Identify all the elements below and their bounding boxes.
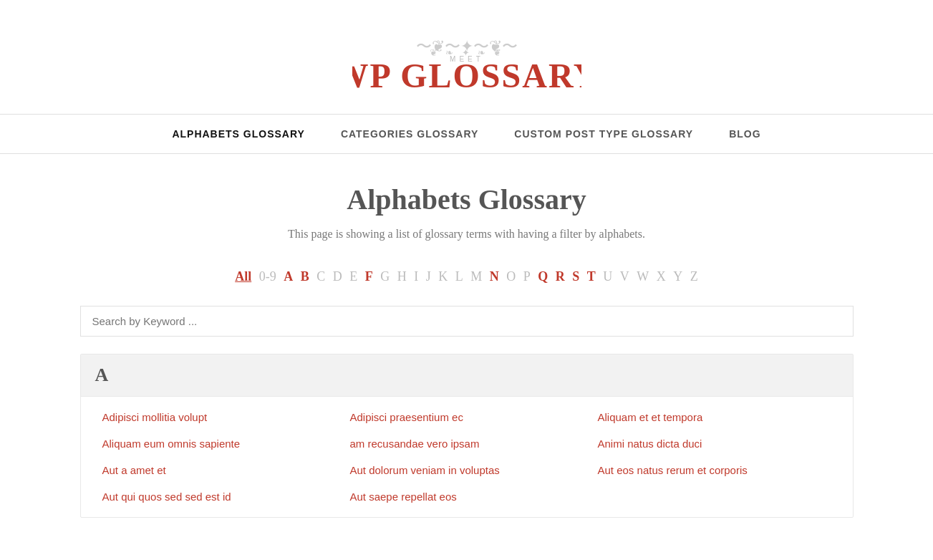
- term-link[interactable]: am recusandae vero ipsam: [343, 430, 591, 457]
- alpha-S[interactable]: S: [572, 269, 579, 284]
- alpha-C[interactable]: C: [316, 269, 325, 284]
- section-header-a: A: [81, 354, 853, 397]
- alpha-F[interactable]: F: [365, 269, 373, 284]
- alpha-T[interactable]: T: [587, 269, 596, 284]
- alpha-I[interactable]: I: [414, 269, 418, 284]
- nav-link-categories[interactable]: CATEGORIES GLOSSARY: [341, 128, 478, 140]
- main-content: Alphabets Glossary This page is showing …: [37, 154, 896, 546]
- search-input[interactable]: [80, 306, 854, 337]
- section-letter-a: A: [95, 365, 109, 385]
- nav-item-alphabets[interactable]: ALPHABETS GLOSSARY: [172, 127, 305, 140]
- alpha-Y[interactable]: Y: [673, 269, 682, 284]
- alpha-Z[interactable]: Z: [690, 269, 698, 284]
- alpha-N[interactable]: N: [490, 269, 499, 284]
- term-link[interactable]: Aliquam eum omnis sapiente: [95, 430, 343, 457]
- logo-area: ❦ ❧ ✦ ❧ ❦ 〜❦〜✦〜❦〜 MEET WP GLOSSARY: [14, 21, 919, 100]
- alphabet-filter: All 0-9 A B C D E F G H I J K L M N O P …: [80, 269, 854, 284]
- logo-ornament-svg: ❦ ❧ ✦ ❧ ❦ 〜❦〜✦〜❦〜 MEET WP GLOSSARY: [352, 36, 581, 93]
- alpha-E[interactable]: E: [349, 269, 357, 284]
- nav-item-blog[interactable]: BLOG: [729, 127, 760, 140]
- main-nav: ALPHABETS GLOSSARY CATEGORIES GLOSSARY C…: [0, 114, 933, 154]
- nav-link-custom-post[interactable]: CUSTOM POST TYPE GLOSSARY: [514, 128, 693, 140]
- glossary-section-a: A Adipisci mollitia voluptAdipisci praes…: [80, 354, 854, 518]
- terms-grid-a: Adipisci mollitia voluptAdipisci praesen…: [81, 397, 853, 517]
- alpha-Q[interactable]: Q: [538, 269, 548, 284]
- term-link[interactable]: Aut qui quos sed sed est id: [95, 483, 343, 510]
- page-description: This page is showing a list of glossary …: [80, 228, 854, 241]
- alpha-J[interactable]: J: [426, 269, 431, 284]
- term-link[interactable]: Adipisci praesentium ec: [343, 404, 591, 430]
- alpha-V[interactable]: V: [620, 269, 629, 284]
- alpha-X[interactable]: X: [657, 269, 666, 284]
- nav-link-alphabets[interactable]: ALPHABETS GLOSSARY: [172, 128, 305, 140]
- term-link[interactable]: Aliquam et et tempora: [591, 404, 838, 430]
- alpha-R[interactable]: R: [556, 269, 565, 284]
- alpha-B[interactable]: B: [301, 269, 309, 284]
- term-link[interactable]: Aut a amet et: [95, 457, 343, 483]
- alpha-A[interactable]: A: [284, 269, 293, 284]
- alpha-P[interactable]: P: [523, 269, 531, 284]
- nav-link-blog[interactable]: BLOG: [729, 128, 760, 140]
- alpha-all[interactable]: All: [235, 269, 251, 284]
- term-link[interactable]: Aut dolorum veniam in voluptas: [343, 457, 591, 483]
- alpha-D[interactable]: D: [333, 269, 342, 284]
- alpha-L[interactable]: L: [455, 269, 463, 284]
- page-title: Alphabets Glossary: [80, 183, 854, 216]
- alpha-H[interactable]: H: [397, 269, 407, 284]
- alpha-U[interactable]: U: [603, 269, 612, 284]
- alpha-G[interactable]: G: [380, 269, 390, 284]
- svg-text:WP GLOSSARY: WP GLOSSARY: [352, 57, 581, 93]
- nav-item-categories[interactable]: CATEGORIES GLOSSARY: [341, 127, 478, 140]
- alpha-W[interactable]: W: [637, 269, 649, 284]
- page-wrapper: ❦ ❧ ✦ ❧ ❦ 〜❦〜✦〜❦〜 MEET WP GLOSSARY ALPHA…: [0, 0, 933, 546]
- term-link[interactable]: Animi natus dicta duci: [591, 430, 838, 457]
- svg-text:〜❦〜✦〜❦〜: 〜❦〜✦〜❦〜: [416, 37, 518, 55]
- nav-item-custom-post[interactable]: CUSTOM POST TYPE GLOSSARY: [514, 127, 693, 140]
- term-link[interactable]: Aut eos natus rerum et corporis: [591, 457, 838, 483]
- alpha-0-9[interactable]: 0-9: [259, 269, 276, 284]
- alpha-O[interactable]: O: [506, 269, 516, 284]
- term-link[interactable]: Aut saepe repellat eos: [343, 483, 591, 510]
- alpha-M[interactable]: M: [470, 269, 482, 284]
- site-header: ❦ ❧ ✦ ❧ ❦ 〜❦〜✦〜❦〜 MEET WP GLOSSARY: [0, 0, 933, 114]
- search-wrapper: [80, 306, 854, 337]
- alpha-K[interactable]: K: [438, 269, 448, 284]
- term-link[interactable]: Adipisci mollitia volupt: [95, 404, 343, 430]
